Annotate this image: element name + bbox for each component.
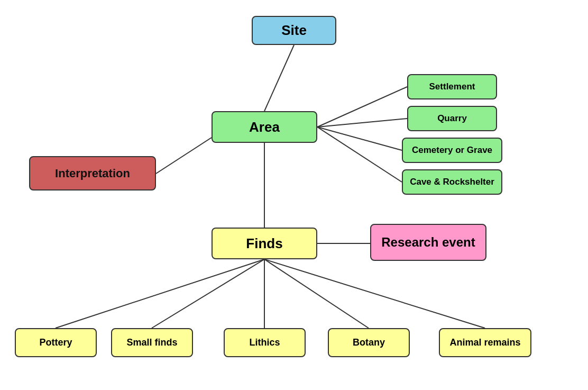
animal-node: Animal remains — [439, 328, 531, 357]
diagram: Site Area Settlement Quarry Cemetery or … — [0, 0, 588, 390]
pottery-label: Pottery — [39, 337, 72, 348]
area-node: Area — [212, 111, 317, 143]
smallfinds-node: Small finds — [111, 328, 193, 357]
lithics-node: Lithics — [224, 328, 306, 357]
area-label: Area — [249, 119, 280, 135]
interpretation-node: Interpretation — [29, 156, 156, 191]
lithics-label: Lithics — [249, 337, 280, 348]
finds-node: Finds — [212, 228, 317, 259]
svg-line-3 — [317, 127, 402, 150]
svg-line-0 — [264, 45, 294, 111]
smallfinds-label: Small finds — [126, 337, 177, 348]
svg-line-8 — [56, 259, 264, 328]
finds-label: Finds — [246, 235, 282, 252]
cave-node: Cave & Rockshelter — [402, 169, 502, 195]
quarry-node: Quarry — [407, 106, 497, 131]
research-node: Research event — [370, 224, 486, 261]
botany-node: Botany — [328, 328, 410, 357]
cave-label: Cave & Rockshelter — [410, 177, 494, 187]
svg-line-1 — [317, 87, 407, 127]
site-label: Site — [281, 22, 307, 39]
svg-line-5 — [156, 138, 212, 174]
botany-label: Botany — [353, 337, 385, 348]
animal-label: Animal remains — [449, 337, 520, 348]
research-label: Research event — [381, 235, 475, 250]
svg-line-12 — [264, 259, 485, 328]
svg-line-11 — [264, 259, 369, 328]
quarry-label: Quarry — [437, 113, 467, 124]
settlement-node: Settlement — [407, 74, 497, 99]
cemetery-label: Cemetery or Grave — [412, 145, 492, 156]
interpretation-label: Interpretation — [55, 167, 130, 180]
svg-line-4 — [317, 127, 402, 182]
settlement-label: Settlement — [429, 81, 475, 92]
svg-line-2 — [317, 119, 407, 127]
cemetery-node: Cemetery or Grave — [402, 138, 502, 163]
site-node: Site — [252, 16, 336, 45]
svg-line-9 — [152, 259, 264, 328]
pottery-node: Pottery — [15, 328, 97, 357]
